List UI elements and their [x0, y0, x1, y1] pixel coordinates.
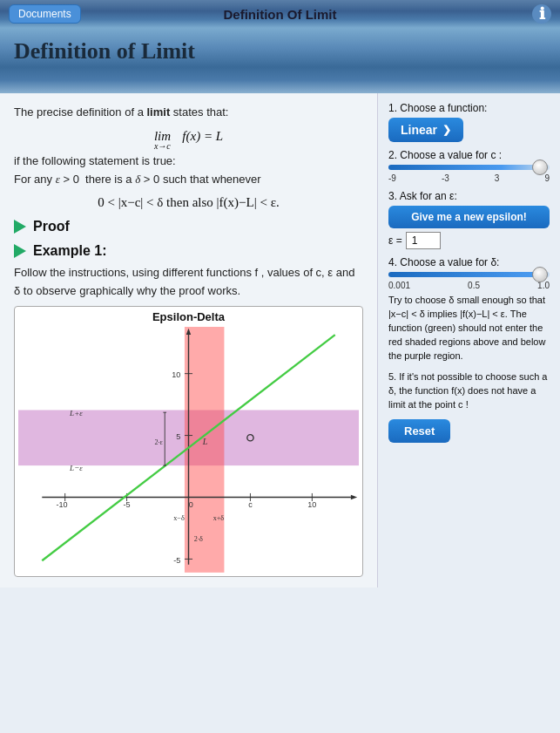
svg-text:2·ε: 2·ε	[154, 438, 163, 446]
svg-text:c: c	[248, 500, 253, 509]
c-mid1-label: -3	[442, 173, 449, 183]
c-slider-thumb[interactable]	[532, 159, 548, 175]
delta-slider-thumb[interactable]	[532, 267, 548, 282]
epsilon-value-box: 1	[406, 232, 441, 249]
choose-delta-label: 4. Choose a value for δ:	[388, 256, 550, 268]
intro-suffix: states that:	[170, 105, 228, 119]
example-triangle-icon	[14, 244, 26, 258]
svg-text:L: L	[202, 437, 208, 446]
left-panel: The precise definition of a limit states…	[0, 93, 377, 587]
c-slider-labels: -9 -3 3 9	[388, 173, 550, 183]
delta-slider-track[interactable]	[388, 272, 550, 277]
epsilon-prefix: ε =	[388, 234, 402, 247]
intro-prefix: The precise definition of a	[14, 105, 146, 119]
limit-fx: f(x)	[182, 129, 200, 143]
reset-button[interactable]: Reset	[388, 419, 450, 443]
proof-label: Proof	[33, 219, 70, 234]
c-slider-track[interactable]	[388, 165, 550, 170]
condition-2: For any ε > 0 there is a δ > 0 such that…	[14, 171, 363, 189]
ask-epsilon-label: 3. Ask for an ε:	[388, 190, 550, 202]
delta-slider-labels: 0.001 0.5 1.0	[388, 281, 550, 290]
description-text: Try to choose δ small enough so that |x−…	[388, 294, 550, 363]
c-max-label: 9	[544, 173, 550, 183]
c-mid2-label: 3	[495, 173, 500, 183]
delta-min-label: 0.001	[388, 281, 410, 290]
function-button[interactable]: Linear ❯	[388, 118, 463, 142]
title-band: Definition of Limit	[0, 28, 560, 93]
limit-subscript: x→c	[154, 141, 171, 151]
delta-slider-container: 0.001 0.5 1.0	[388, 272, 550, 290]
choose-function-label: 1. Choose a function:	[388, 102, 550, 114]
intro-text: The precise definition of a limit states…	[14, 104, 363, 122]
svg-text:L+ε: L+ε	[69, 409, 83, 417]
proof-collapsible[interactable]: Proof	[14, 219, 363, 234]
graph-container: Epsilon-Delta	[14, 306, 363, 577]
svg-text:2·δ: 2·δ	[194, 534, 203, 542]
svg-text:x+δ: x+δ	[213, 514, 225, 522]
c-min-label: -9	[388, 173, 396, 183]
choose-c-label: 2. Choose a value for c :	[388, 149, 550, 161]
follow-text: Follow the instructions, using different…	[14, 264, 363, 301]
example-label: Example 1:	[33, 243, 106, 259]
graph-title: Epsilon-Delta	[18, 310, 359, 323]
svg-text:5: 5	[176, 432, 180, 441]
function-btn-label: Linear	[401, 123, 437, 137]
page-title: Definition of Limit	[14, 38, 546, 64]
svg-text:-5: -5	[173, 556, 180, 565]
svg-text:L−ε: L−ε	[69, 464, 83, 472]
documents-button[interactable]: Documents	[9, 4, 81, 24]
svg-text:x−δ: x−δ	[173, 514, 185, 522]
proof-triangle-icon	[14, 220, 26, 234]
delta-mid-label: 0.5	[468, 281, 480, 290]
condition-1: if the following statement is true:	[14, 153, 363, 171]
info-button[interactable]: ℹ	[532, 4, 551, 24]
epsilon-delta-graph: -10 -5 0 c 10 5 10 -5 L L+ε L−ε 2·ε	[18, 327, 359, 573]
header-title: Definition Of Limit	[224, 7, 337, 22]
c-slider-container: -9 -3 3 9	[388, 165, 550, 183]
inequality-display: 0 < |x−c| < δ then also |f(x)−L| < ε.	[14, 195, 363, 210]
step5-text: 5. If it's not possible to choose such a…	[388, 370, 550, 412]
epsilon-display: ε = 1	[388, 232, 550, 249]
limit-equation: lim x→c f(x) = L	[14, 129, 363, 144]
svg-text:10: 10	[172, 370, 180, 379]
svg-rect-2	[185, 327, 224, 573]
right-panel: 1. Choose a function: Linear ❯ 2. Choose…	[377, 93, 560, 587]
new-epsilon-button[interactable]: Give me a new epsilon!	[388, 206, 550, 228]
svg-text:0: 0	[189, 500, 193, 509]
header: Documents Definition Of Limit ℹ	[0, 0, 560, 28]
main-content: The precise definition of a limit states…	[0, 93, 560, 587]
limit-bold: limit	[146, 105, 170, 119]
chevron-right-icon: ❯	[442, 124, 451, 136]
svg-text:-5: -5	[124, 500, 131, 509]
svg-text:10: 10	[307, 500, 316, 509]
example-collapsible[interactable]: Example 1:	[14, 243, 363, 259]
svg-text:-10: -10	[56, 500, 67, 509]
